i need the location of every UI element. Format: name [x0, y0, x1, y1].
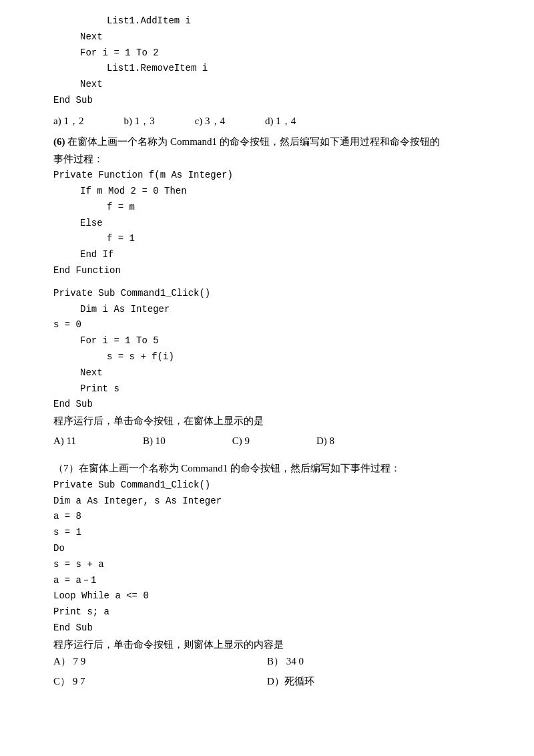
- q6-sub-line-4: For i = 1 To 5: [53, 333, 481, 349]
- q7-result-text: 程序运行后，单击命令按钮，则窗体上显示的内容是: [53, 636, 481, 654]
- q7-code-line-6: s = s + a: [53, 557, 481, 573]
- q6-answers: A) 11 B) 10 C) 9 D) 8: [53, 433, 481, 450]
- q5-answer-d: d) 1，4: [265, 113, 296, 130]
- code-line-next1: Next: [53, 29, 481, 45]
- q7-answer-c: C） 9 7: [53, 673, 267, 691]
- q7-header-text: （7）在窗体上画一个名称为 Command1 的命令按钮，然后编写如下事件过程：: [53, 463, 400, 474]
- code-line-next2: Next: [53, 77, 481, 93]
- q6-result-text: 程序运行后，单击命令按钮，在窗体上显示的是: [53, 413, 481, 430]
- q7-code-line-10: End Sub: [53, 620, 481, 636]
- top-code-block: List1.AddItem i Next For i = 1 To 2 List…: [53, 13, 481, 109]
- q5-answer-c: c) 3，4: [195, 113, 225, 130]
- q6-answer-b: B) 10: [116, 433, 166, 450]
- q7-code-line-7: a = a－1: [53, 573, 481, 589]
- code-line-endsub1: End Sub: [53, 93, 481, 109]
- code-line-additem: List1.AddItem i: [53, 13, 481, 29]
- q7-code-line-1: Private Sub Command1_Click(): [53, 478, 481, 494]
- q6-sub-line-7: Print s: [53, 381, 481, 397]
- q7-code-line-5: Do: [53, 541, 481, 557]
- q6-header-cont: 事件过程：: [53, 151, 481, 168]
- q7-section: （7）在窗体上画一个名称为 Command1 的命令按钮，然后编写如下事件过程：…: [53, 460, 481, 690]
- q6-code-line-7: End Function: [53, 263, 481, 279]
- q6-code-sub: Private Sub Command1_Click() Dim i As In…: [53, 286, 481, 413]
- q6-code-line-4: Else: [53, 216, 481, 232]
- q6-header: (6) 在窗体上画一个名称为 Command1 的命令按钮，然后编写如下通用过程…: [53, 134, 481, 151]
- q7-code-line-8: Loop While a <= 0: [53, 588, 481, 604]
- q6-sub-line-2: Dim i As Integer: [53, 302, 481, 318]
- q6-sub-line-3: s = 0: [53, 317, 481, 333]
- q6-code-line-2: If m Mod 2 = 0 Then: [53, 184, 481, 200]
- q6-code: Private Function f(m As Integer) If m Mo…: [53, 168, 481, 279]
- q5-answer-a: a) 1，2: [53, 113, 83, 130]
- q6-section: (6) 在窗体上画一个名称为 Command1 的命令按钮，然后编写如下通用过程…: [53, 134, 481, 449]
- q6-sub-line-1: Private Sub Command1_Click(): [53, 286, 481, 302]
- code-line-removeitem: List1.RemoveItem i: [53, 61, 481, 77]
- q7-code-line-3: a = 8: [53, 509, 481, 525]
- q5-answer-b: b) 1，3: [123, 113, 154, 130]
- q6-code-line-6: End If: [53, 247, 481, 263]
- q6-answer-d: D) 8: [290, 433, 334, 450]
- q7-code: Private Sub Command1_Click() Dim a As In…: [53, 478, 481, 636]
- q7-answers: A） 7 9 B） 34 0 C） 9 7 D）死循环: [53, 653, 481, 690]
- q5-answers: a) 1，2 b) 1，3 c) 3，4 d) 1，4: [53, 113, 481, 130]
- q6-code-line-3: f = m: [53, 200, 481, 216]
- q7-code-line-2: Dim a As Integer, s As Integer: [53, 494, 481, 510]
- q7-answer-a: A） 7 9: [53, 653, 267, 671]
- q7-header: （7）在窗体上画一个名称为 Command1 的命令按钮，然后编写如下事件过程：: [53, 460, 481, 478]
- q6-sub-line-6: Next: [53, 365, 481, 381]
- q6-number: (6): [53, 136, 65, 147]
- q6-sub-line-5: s = s + f(i): [53, 349, 481, 365]
- q6-code-line-1: Private Function f(m As Integer): [53, 168, 481, 184]
- q7-code-line-9: Print s; a: [53, 604, 481, 620]
- q7-code-line-4: s = 1: [53, 525, 481, 541]
- q6-answer-a: A) 11: [53, 433, 76, 450]
- q6-code-line-5: f = 1: [53, 231, 481, 247]
- code-line-for: For i = 1 To 2: [53, 45, 481, 61]
- q7-answer-d: D）死循环: [267, 673, 481, 691]
- q7-answer-b: B） 34 0: [267, 653, 481, 671]
- q6-header-text: 在窗体上画一个名称为 Command1 的命令按钮，然后编写如下通用过程和命令按…: [67, 136, 440, 147]
- q6-sub-line-8: End Sub: [53, 397, 481, 413]
- q6-answer-c: C) 9: [206, 433, 250, 450]
